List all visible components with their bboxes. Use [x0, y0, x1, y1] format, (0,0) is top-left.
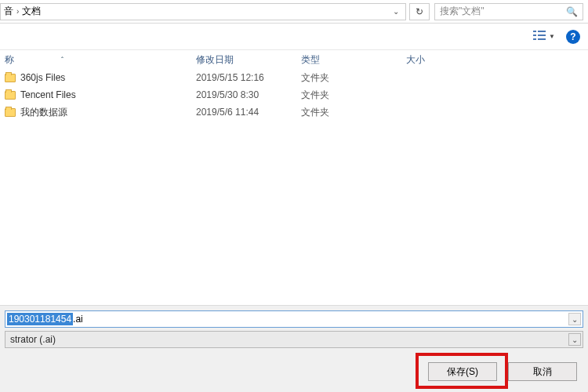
filename-input[interactable]: 190301181454.ai ⌄	[5, 310, 583, 328]
folder-icon	[5, 108, 16, 117]
filetype-value: strator (.ai)	[10, 334, 56, 345]
file-date: 2019/5/15 12:16	[196, 72, 301, 83]
file-type: 文件夹	[301, 106, 406, 119]
chevron-down-icon[interactable]: ⌄	[568, 333, 581, 346]
breadcrumb-segment-current[interactable]: 文档	[22, 5, 41, 18]
file-name: Tencent Files	[20, 89, 76, 100]
svg-rect-3	[538, 31, 546, 32]
sort-asc-icon: ˆ	[61, 56, 64, 64]
save-panel: 190301181454.ai ⌄ strator (.ai) ⌄ 保存(S) …	[0, 305, 588, 392]
filename-selected-text: 190301181454	[7, 313, 73, 325]
help-icon: ?	[570, 31, 575, 42]
svg-rect-5	[538, 38, 546, 40]
column-date[interactable]: 修改日期	[196, 53, 301, 67]
breadcrumb-segment: 音	[4, 5, 13, 18]
cancel-button[interactable]: 取消	[508, 362, 577, 381]
refresh-icon: ↻	[416, 6, 423, 17]
column-headers: 称 ˆ 修改日期 类型 大小	[0, 50, 588, 69]
filetype-select[interactable]: strator (.ai) ⌄	[5, 331, 583, 348]
column-name[interactable]: 称 ˆ	[5, 53, 196, 67]
file-date: 2019/5/30 8:30	[196, 89, 301, 100]
file-type: 文件夹	[301, 71, 406, 85]
file-name: 360js Files	[20, 72, 65, 83]
view-list-icon	[533, 31, 546, 42]
file-type: 文件夹	[301, 89, 406, 102]
chevron-down-icon[interactable]: ⌄	[390, 7, 402, 16]
view-mode-button[interactable]: ▼	[530, 29, 558, 44]
search-icon: 🔍	[566, 6, 578, 17]
svg-rect-1	[533, 34, 536, 36]
breadcrumb-path[interactable]: 音 › 文档 ⌄	[0, 3, 406, 20]
folder-icon	[5, 91, 16, 100]
filename-extension: .ai	[73, 313, 83, 325]
column-type[interactable]: 类型	[301, 53, 406, 67]
column-size[interactable]: 大小	[406, 53, 500, 67]
table-row[interactable]: 我的数据源 2019/5/6 11:44 文件夹	[0, 103, 588, 121]
dialog-buttons: 保存(S) 取消	[0, 350, 588, 392]
address-bar-row: 音 › 文档 ⌄ ↻ 搜索"文档" 🔍	[0, 0, 588, 24]
svg-rect-0	[533, 31, 536, 32]
triangle-down-icon: ▼	[549, 33, 555, 40]
file-list: 360js Files 2019/5/15 12:16 文件夹 Tencent …	[0, 69, 588, 121]
save-button[interactable]: 保存(S)	[428, 362, 497, 381]
svg-rect-4	[538, 34, 546, 36]
help-button[interactable]: ?	[566, 30, 580, 44]
search-placeholder: 搜索"文档"	[440, 5, 485, 18]
folder-icon	[5, 74, 16, 82]
table-row[interactable]: 360js Files 2019/5/15 12:16 文件夹	[0, 69, 588, 86]
toolbar-row: ▼ ?	[0, 24, 588, 50]
file-browser: 称 ˆ 修改日期 类型 大小 360js Files 2019/5/15 12:…	[0, 50, 588, 318]
svg-rect-2	[533, 38, 536, 40]
refresh-button[interactable]: ↻	[409, 3, 430, 20]
file-name: 我的数据源	[20, 106, 67, 119]
table-row[interactable]: Tencent Files 2019/5/30 8:30 文件夹	[0, 86, 588, 103]
chevron-down-icon[interactable]: ⌄	[568, 313, 581, 325]
file-date: 2019/5/6 11:44	[196, 107, 301, 118]
search-input[interactable]: 搜索"文档" 🔍	[434, 3, 583, 20]
chevron-right-icon: ›	[16, 7, 19, 16]
